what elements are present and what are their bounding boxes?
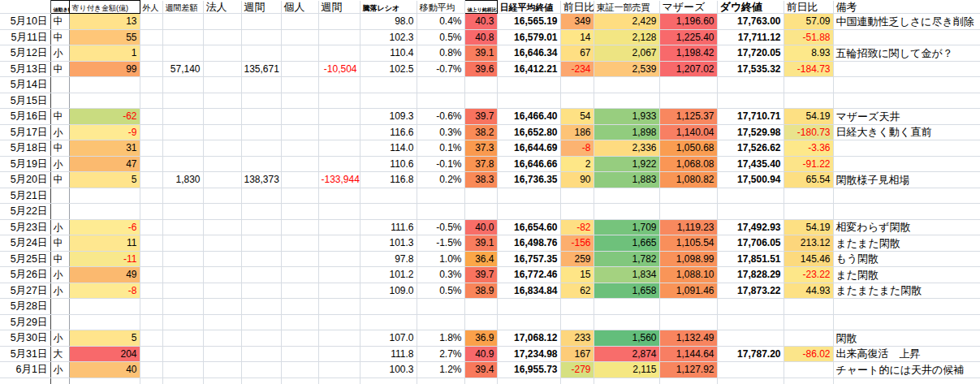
cell-date[interactable]: 5月22日 (0, 204, 50, 220)
cell-indiv-spacer[interactable] (281, 219, 318, 235)
cell-dow[interactable]: 17,500.94 (717, 172, 784, 188)
cell-rising[interactable]: 40.0 (464, 219, 497, 235)
cell-rising[interactable] (464, 299, 497, 315)
cell-dow[interactable]: 17,710.71 (717, 109, 784, 125)
cell-amount[interactable] (69, 204, 140, 220)
cell-foreign-spacer[interactable] (140, 235, 162, 252)
cell-corp-spacer[interactable] (203, 267, 241, 283)
cell-dow[interactable]: 17,787.20 (717, 346, 784, 362)
cell-date[interactable]: 5月21日 (0, 188, 50, 204)
cell-size[interactable]: 中 (50, 251, 69, 267)
cell-mothers[interactable]: 1,125.37 (659, 109, 717, 125)
cell-remarks[interactable] (833, 61, 980, 77)
cell-diff[interactable]: 62 (560, 283, 594, 299)
cell-ma[interactable]: 0.2% (417, 172, 464, 188)
cell-indiv_week[interactable] (318, 362, 360, 378)
cell-date[interactable]: 5月30日 (0, 330, 50, 347)
cell-tosho[interactable]: 2,336 (594, 140, 659, 157)
cell-ma[interactable]: 0.5% (417, 283, 464, 299)
cell-corp_week[interactable] (241, 346, 281, 362)
cell-size[interactable]: 中 (50, 172, 69, 188)
cell-foreign-spacer[interactable] (140, 140, 162, 157)
cell-foreign_week[interactable] (162, 29, 203, 45)
cell-dow_diff[interactable]: 145.46 (784, 251, 833, 267)
cell-ratio[interactable]: 101.2 (360, 267, 417, 283)
cell-date[interactable]: 5月29日 (0, 314, 50, 330)
cell-corp_week[interactable] (241, 283, 281, 299)
cell-rising[interactable]: 36.9 (464, 330, 497, 347)
cell-corp_week[interactable] (241, 156, 281, 172)
cell-nikkei[interactable] (497, 299, 560, 315)
cell-foreign-spacer[interactable] (140, 299, 162, 315)
cell-diff[interactable]: 349 (560, 14, 594, 30)
cell-nikkei[interactable]: 16,834.84 (497, 283, 560, 299)
col-header-foreign[interactable]: 外人 (140, 1, 162, 14)
cell-nikkei[interactable]: 16,646.34 (497, 45, 560, 62)
cell-diff[interactable]: 90 (560, 172, 594, 188)
cell-rising[interactable] (464, 314, 497, 330)
cell-remarks[interactable]: またまたまた閑散 (833, 283, 980, 299)
cell-rising[interactable] (464, 378, 497, 384)
cell-ma[interactable]: -0.7% (417, 61, 464, 77)
cell-ma[interactable] (417, 378, 464, 384)
cell-diff[interactable]: 67 (560, 45, 594, 62)
cell-remarks[interactable] (833, 29, 980, 45)
cell-foreign_week[interactable]: 57,140 (162, 61, 203, 77)
cell-dow_diff[interactable] (784, 362, 833, 378)
cell-corp-spacer[interactable] (203, 14, 241, 30)
cell-nikkei[interactable]: 16,646.66 (497, 156, 560, 172)
cell-ma[interactable]: 0.3% (417, 267, 464, 283)
cell-foreign_week[interactable]: 1,830 (162, 172, 203, 188)
cell-indiv_week[interactable] (318, 219, 360, 235)
cell-diff[interactable]: 54 (560, 109, 594, 125)
cell-rising[interactable]: 39.7 (464, 267, 497, 283)
cell-corp-spacer[interactable] (203, 93, 241, 109)
cell-nikkei[interactable]: 16,955.73 (497, 362, 560, 378)
cell-dow[interactable] (717, 330, 784, 347)
cell-ratio[interactable]: 116.6 (360, 124, 417, 140)
cell-tosho[interactable]: 1,709 (594, 219, 659, 235)
cell-ratio[interactable]: 109.3 (360, 109, 417, 125)
cell-ratio[interactable]: 102.3 (360, 29, 417, 45)
cell-corp-spacer[interactable] (203, 283, 241, 299)
cell-dow[interactable] (717, 188, 784, 204)
cell-foreign-spacer[interactable] (140, 45, 162, 62)
cell-ratio[interactable] (360, 378, 417, 384)
cell-dow_diff[interactable] (784, 378, 833, 384)
cell-size[interactable]: 小 (50, 156, 69, 172)
cell-size[interactable]: 小 (50, 362, 69, 378)
cell-dow_diff[interactable]: -91.22 (784, 156, 833, 172)
cell-ma[interactable]: 1.2% (417, 362, 464, 378)
cell-remarks[interactable]: またまた閑散 (833, 235, 980, 252)
cell-tosho[interactable]: 1,782 (594, 251, 659, 267)
cell-amount[interactable]: 49 (69, 267, 140, 283)
cell-remarks[interactable] (833, 188, 980, 204)
cell-corp_week[interactable] (241, 378, 281, 384)
cell-corp-spacer[interactable] (203, 235, 241, 252)
cell-indiv-spacer[interactable] (281, 235, 318, 252)
cell-amount[interactable]: 99 (69, 61, 140, 77)
cell-diff[interactable]: 233 (560, 330, 594, 347)
cell-mothers[interactable]: 1,196.60 (659, 14, 717, 30)
cell-corp_week[interactable] (241, 219, 281, 235)
cell-dow[interactable]: 17,529.98 (717, 124, 784, 140)
cell-date[interactable] (0, 378, 50, 384)
cell-indiv-spacer[interactable] (281, 299, 318, 315)
cell-corp_week[interactable] (241, 267, 281, 283)
cell-corp-spacer[interactable] (203, 362, 241, 378)
cell-indiv-spacer[interactable] (281, 172, 318, 188)
cell-ma[interactable]: -1.5% (417, 235, 464, 252)
cell-ratio[interactable]: 101.3 (360, 235, 417, 252)
cell-nikkei[interactable] (497, 314, 560, 330)
cell-nikkei[interactable]: 17,234.98 (497, 346, 560, 362)
cell-ma[interactable] (417, 93, 464, 109)
cell-diff[interactable]: -156 (560, 235, 594, 252)
cell-corp-spacer[interactable] (203, 204, 241, 220)
cell-size[interactable]: 大 (50, 346, 69, 362)
cell-amount[interactable] (69, 93, 140, 109)
cell-remarks[interactable]: 相変わらず閑散 (833, 219, 980, 235)
cell-amount[interactable]: -62 (69, 109, 140, 125)
cell-foreign_week[interactable] (162, 219, 203, 235)
cell-remarks[interactable] (833, 378, 980, 384)
cell-size[interactable]: 小 (50, 330, 69, 347)
